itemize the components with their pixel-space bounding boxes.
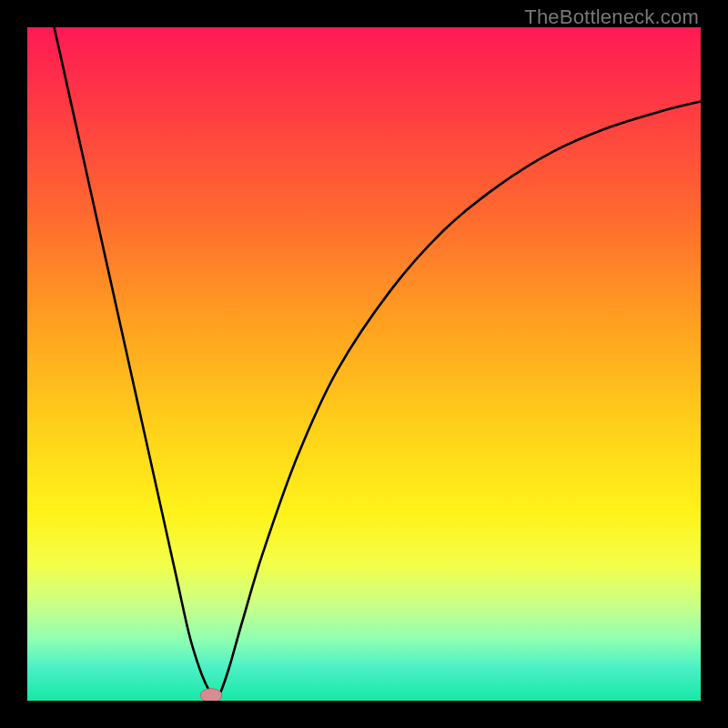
plot-area: [27, 27, 701, 701]
chart-frame: TheBottleneck.com: [0, 0, 728, 728]
chart-svg: [27, 27, 701, 701]
curve-right-branch: [216, 101, 701, 701]
minimum-marker: [200, 689, 222, 701]
watermark-text: TheBottleneck.com: [524, 5, 699, 29]
curve-left-branch: [55, 27, 217, 701]
